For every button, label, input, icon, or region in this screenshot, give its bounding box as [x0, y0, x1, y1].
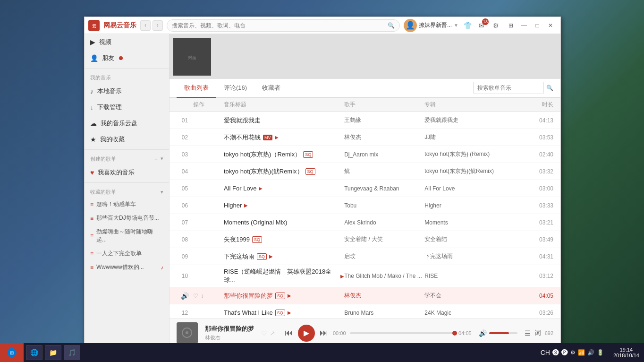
- progress-dot: [452, 331, 457, 336]
- taskbar-file-explorer[interactable]: 📁: [45, 345, 61, 360]
- song-row-8[interactable]: 08 ♡ ↓ 失夜1999 SQ 安全着陆 / 大笑 安全着陆 03:49: [169, 231, 560, 248]
- sidebar-item-download[interactable]: ↓ 下载管理: [85, 99, 169, 115]
- taskbar-netease[interactable]: 🎵: [64, 345, 80, 360]
- download-btn[interactable]: ↓: [201, 117, 203, 124]
- song-row-2[interactable]: 02 ♡ ↓ 不潮不用花钱 MV▶ 林俊杰 JJ陆 03:53: [169, 129, 560, 146]
- song-row-5[interactable]: 05 ♡ ↓ All For Love ▶ Tungevaag & Raaban…: [169, 180, 560, 197]
- play-tag-icon[interactable]: ▶: [288, 310, 291, 315]
- sidebar-playlist-4[interactable]: ≡ 一人之下完全歌单: [85, 247, 169, 260]
- song-row-6[interactable]: 06 ♡ ↓ Higher ▶ Tobu Higher 03:33: [169, 197, 560, 214]
- search-input[interactable]: [172, 22, 388, 29]
- play-tag-icon[interactable]: ▶: [259, 186, 263, 191]
- play-tag-icon[interactable]: ▶: [275, 135, 279, 140]
- search-bar[interactable]: 🔍: [167, 19, 400, 32]
- sidebar-item-friends[interactable]: 👤 朋友: [85, 50, 169, 66]
- nav-forward-button[interactable]: ›: [153, 20, 163, 31]
- like-btn[interactable]: ♡: [193, 185, 198, 192]
- song-row-1[interactable]: 01 ♡ ↓ 爱我就跟我走 王鹤缘 爱我就跟我走 04:13: [169, 112, 560, 129]
- download-btn[interactable]: ↓: [201, 202, 203, 209]
- download-btn[interactable]: ↓: [201, 293, 203, 299]
- like-btn[interactable]: ♡: [193, 253, 198, 260]
- like-btn[interactable]: ♡: [193, 236, 198, 243]
- like-btn[interactable]: ♡: [193, 310, 198, 316]
- header-ops: 操作: [193, 101, 224, 109]
- play-button[interactable]: ▶: [298, 325, 315, 342]
- playlist-icon[interactable]: ☰: [525, 329, 531, 337]
- song-row-11[interactable]: 🔊 ♡ ↓ 那些你很冒险的梦 SQ▶ 林俊杰 学不会 04:05: [169, 287, 560, 304]
- download-btn[interactable]: ↓: [201, 219, 203, 226]
- taskbar-browser-ie[interactable]: 🌐: [26, 345, 42, 360]
- like-btn[interactable]: ♡: [193, 117, 198, 124]
- row-artist: Tungevaag & Raaban: [344, 185, 424, 192]
- collected-section: 收藏的歌单 ▾: [85, 185, 169, 198]
- sidebar-item-favorites[interactable]: ★ 我的收藏: [85, 131, 169, 147]
- row-artist: Tobu: [344, 202, 424, 209]
- song-title-text: 下完这场雨: [224, 252, 254, 261]
- like-btn[interactable]: ♡: [193, 273, 198, 279]
- song-search-input[interactable]: [473, 82, 544, 94]
- song-search-icon[interactable]: 🔍: [546, 85, 553, 91]
- sidebar-item-video[interactable]: ▶ 视频: [85, 34, 169, 50]
- sidebar-playlist-5[interactable]: ≡ Wwwwww借欢的... ♪: [85, 260, 169, 274]
- song-row-9[interactable]: 09 ♡ ↓ 下完这场雨 SQ▶ 启玟 下完这场雨 04:31: [169, 248, 560, 265]
- next-button[interactable]: ⏭: [320, 328, 328, 338]
- row-num: 08: [177, 236, 193, 243]
- search-icon[interactable]: 🔍: [388, 22, 395, 29]
- download-btn[interactable]: ↓: [201, 185, 203, 192]
- download-btn[interactable]: ↓: [201, 273, 203, 279]
- shirt-icon[interactable]: 👕: [462, 20, 473, 31]
- video-icon: ▶: [90, 38, 95, 46]
- collapse-icon[interactable]: ▾: [161, 155, 163, 163]
- sidebar-item-liked[interactable]: ♥ 我喜欢的音乐: [85, 164, 169, 181]
- like-btn[interactable]: ♡: [193, 168, 198, 175]
- song-row-4[interactable]: 04 ♡ ↓ tokyo hot(东京热)(鱿Remix） SQ 鱿 tokyo…: [169, 163, 560, 180]
- sidebar-playlist-2[interactable]: ≡ 那些百大DJ每场电音节...: [85, 211, 169, 225]
- download-btn[interactable]: ↓: [201, 151, 203, 158]
- like-btn[interactable]: ♡: [193, 134, 198, 141]
- user-dropdown-icon[interactable]: ▼: [454, 23, 458, 28]
- player-heart-icon[interactable]: ♡: [261, 329, 267, 337]
- download-btn[interactable]: ↓: [201, 310, 203, 316]
- volume-icon[interactable]: 🔊: [479, 329, 487, 337]
- sq-tag: SQ: [275, 310, 285, 316]
- sidebar-playlist-3[interactable]: ≡ 劲爆嗨曲～随时随地嗨起...: [85, 225, 169, 247]
- tab-songlist[interactable]: 歌曲列表: [177, 79, 216, 98]
- tab-comments[interactable]: 评论(16): [216, 79, 254, 98]
- sidebar-label-liked: 我喜欢的音乐: [98, 168, 135, 177]
- song-row-10[interactable]: 10 ♡ ↓ RISE（逆峰崛起燃情—英雄联盟2018全球... ▶ The G…: [169, 265, 560, 287]
- add-playlist-icon[interactable]: ＋: [153, 155, 159, 163]
- player-share-icon[interactable]: ↗: [270, 329, 275, 337]
- like-btn[interactable]: ♡: [193, 219, 198, 226]
- close-button[interactable]: ✕: [544, 19, 557, 32]
- minimize-button[interactable]: —: [518, 19, 530, 32]
- collected-collapse-icon[interactable]: ▾: [161, 189, 163, 195]
- song-row-12[interactable]: 12 ♡ ↓ That's What I Like SQ▶ Bruno Mars…: [169, 304, 560, 319]
- maximize-button[interactable]: □: [531, 19, 543, 32]
- friends-icon: 👤: [90, 54, 98, 62]
- download-btn[interactable]: ↓: [201, 236, 203, 243]
- mini-player-button[interactable]: ⊞: [505, 19, 517, 32]
- like-btn[interactable]: ♡: [193, 151, 198, 158]
- like-btn[interactable]: ♡: [193, 202, 198, 209]
- play-tag-icon[interactable]: ▶: [288, 293, 291, 298]
- tab-collectors[interactable]: 收藏者: [254, 79, 288, 98]
- nav-back-button[interactable]: ‹: [140, 20, 151, 31]
- song-row-7[interactable]: 07 ♡ ↓ Moments (Original Mix) Alex Skrin…: [169, 214, 560, 231]
- play-tag-icon[interactable]: ▶: [244, 203, 248, 208]
- sidebar-item-cloud[interactable]: ☁ 我的音乐云盘: [85, 115, 169, 131]
- start-button[interactable]: ⊞: [0, 343, 24, 362]
- settings-icon[interactable]: ⚙: [491, 20, 501, 31]
- download-btn[interactable]: ↓: [201, 168, 203, 175]
- play-tag-icon[interactable]: ▶: [269, 254, 273, 259]
- song-row-3[interactable]: 03 ♡ ↓ tokyo hot(东京热)（Remix） SQ Dj_Aaron…: [169, 146, 560, 163]
- sidebar-item-local[interactable]: ♪ 本地音乐: [85, 83, 169, 99]
- play-tag-icon[interactable]: ▶: [340, 274, 344, 279]
- download-btn[interactable]: ↓: [201, 134, 203, 141]
- download-btn[interactable]: ↓: [201, 253, 203, 260]
- like-btn[interactable]: ♡: [193, 293, 198, 299]
- lyrics-icon[interactable]: 词: [534, 329, 541, 337]
- volume-bar[interactable]: [489, 332, 517, 334]
- prev-button[interactable]: ⏮: [285, 328, 293, 338]
- progress-bar[interactable]: [350, 332, 455, 334]
- sidebar-playlist-1[interactable]: ≡ 趣嗨！动感单车: [85, 198, 169, 211]
